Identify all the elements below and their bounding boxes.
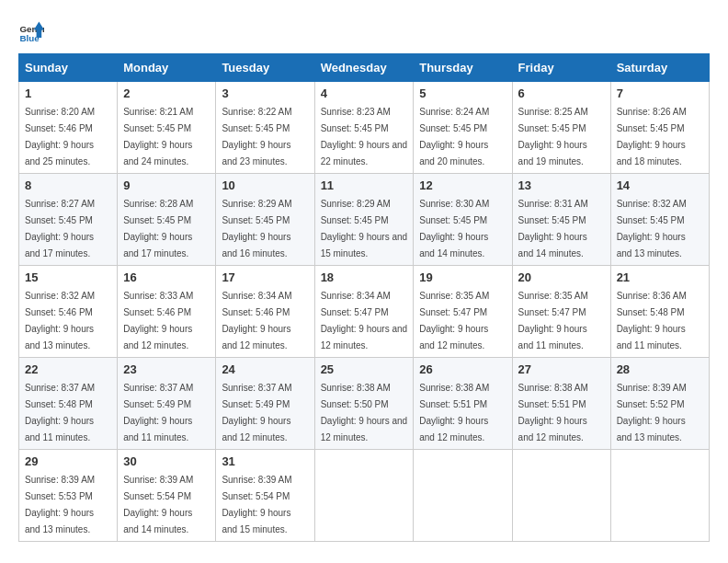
weekday-header-tuesday: Tuesday [216, 54, 314, 82]
calendar-day-5: 5 Sunrise: 8:24 AMSunset: 5:45 PMDayligh… [414, 82, 512, 174]
logo: General Blue [18, 18, 44, 44]
calendar-table: SundayMondayTuesdayWednesdayThursdayFrid… [18, 53, 710, 542]
calendar-day-14: 14 Sunrise: 8:32 AMSunset: 5:45 PMDaylig… [610, 174, 709, 266]
day-info: Sunrise: 8:33 AMSunset: 5:46 PMDaylight:… [123, 291, 193, 350]
day-number: 31 [222, 454, 308, 468]
calendar-day-2: 2 Sunrise: 8:21 AMSunset: 5:45 PMDayligh… [118, 82, 216, 174]
calendar-day-27: 27 Sunrise: 8:38 AMSunset: 5:51 PMDaylig… [512, 358, 610, 450]
calendar-header-row: SundayMondayTuesdayWednesdayThursdayFrid… [19, 54, 710, 82]
day-number: 16 [123, 270, 210, 284]
day-number: 24 [222, 362, 308, 376]
day-info: Sunrise: 8:35 AMSunset: 5:47 PMDaylight:… [419, 291, 489, 350]
calendar-day-8: 8 Sunrise: 8:27 AMSunset: 5:45 PMDayligh… [19, 174, 118, 266]
day-info: Sunrise: 8:27 AMSunset: 5:45 PMDaylight:… [25, 199, 95, 259]
calendar-week-3: 15 Sunrise: 8:32 AMSunset: 5:46 PMDaylig… [19, 266, 710, 358]
calendar-day-28: 28 Sunrise: 8:39 AMSunset: 5:52 PMDaylig… [610, 358, 709, 450]
calendar-day-11: 11 Sunrise: 8:29 AMSunset: 5:45 PMDaylig… [314, 174, 414, 266]
day-number: 23 [123, 362, 210, 376]
day-number: 29 [25, 454, 111, 468]
day-info: Sunrise: 8:37 AMSunset: 5:48 PMDaylight:… [25, 383, 95, 442]
calendar-day-21: 21 Sunrise: 8:36 AMSunset: 5:48 PMDaylig… [610, 266, 709, 358]
day-number: 9 [123, 178, 210, 192]
day-number: 13 [518, 178, 605, 192]
day-info: Sunrise: 8:32 AMSunset: 5:45 PMDaylight:… [617, 199, 687, 259]
day-number: 25 [321, 362, 408, 376]
day-info: Sunrise: 8:30 AMSunset: 5:45 PMDaylight:… [419, 199, 489, 259]
calendar-day-20: 20 Sunrise: 8:35 AMSunset: 5:47 PMDaylig… [512, 266, 610, 358]
day-info: Sunrise: 8:25 AMSunset: 5:45 PMDaylight:… [518, 107, 588, 167]
day-number: 5 [419, 86, 506, 100]
day-info: Sunrise: 8:38 AMSunset: 5:50 PMDaylight:… [321, 383, 408, 442]
day-info: Sunrise: 8:39 AMSunset: 5:52 PMDaylight:… [617, 383, 687, 442]
calendar-day-6: 6 Sunrise: 8:25 AMSunset: 5:45 PMDayligh… [512, 82, 610, 174]
day-number: 3 [222, 86, 308, 100]
calendar-day-29: 29 Sunrise: 8:39 AMSunset: 5:53 PMDaylig… [19, 450, 118, 542]
day-info: Sunrise: 8:37 AMSunset: 5:49 PMDaylight:… [222, 383, 291, 442]
calendar-day-9: 9 Sunrise: 8:28 AMSunset: 5:45 PMDayligh… [118, 174, 216, 266]
calendar-day-15: 15 Sunrise: 8:32 AMSunset: 5:46 PMDaylig… [19, 266, 118, 358]
day-info: Sunrise: 8:38 AMSunset: 5:51 PMDaylight:… [419, 383, 489, 442]
day-number: 6 [518, 86, 605, 100]
calendar-day-22: 22 Sunrise: 8:37 AMSunset: 5:48 PMDaylig… [19, 358, 118, 450]
day-info: Sunrise: 8:29 AMSunset: 5:45 PMDaylight:… [222, 199, 291, 259]
page-header: General Blue [18, 18, 710, 44]
day-number: 8 [25, 178, 111, 192]
day-number: 18 [321, 270, 408, 284]
day-number: 10 [222, 178, 308, 192]
calendar-day-19: 19 Sunrise: 8:35 AMSunset: 5:47 PMDaylig… [414, 266, 512, 358]
day-info: Sunrise: 8:36 AMSunset: 5:48 PMDaylight:… [617, 291, 687, 350]
weekday-header-wednesday: Wednesday [314, 54, 414, 82]
day-info: Sunrise: 8:29 AMSunset: 5:45 PMDaylight:… [321, 199, 408, 259]
day-number: 19 [419, 270, 506, 284]
weekday-header-friday: Friday [512, 54, 610, 82]
calendar-day-4: 4 Sunrise: 8:23 AMSunset: 5:45 PMDayligh… [314, 82, 414, 174]
day-info: Sunrise: 8:34 AMSunset: 5:47 PMDaylight:… [321, 291, 408, 350]
day-info: Sunrise: 8:22 AMSunset: 5:45 PMDaylight:… [222, 107, 291, 167]
day-number: 27 [518, 362, 605, 376]
calendar-day-13: 13 Sunrise: 8:31 AMSunset: 5:45 PMDaylig… [512, 174, 610, 266]
day-info: Sunrise: 8:38 AMSunset: 5:51 PMDaylight:… [518, 383, 588, 442]
calendar-day-18: 18 Sunrise: 8:34 AMSunset: 5:47 PMDaylig… [314, 266, 414, 358]
day-number: 4 [321, 86, 408, 100]
calendar-day-26: 26 Sunrise: 8:38 AMSunset: 5:51 PMDaylig… [414, 358, 512, 450]
calendar-day-25: 25 Sunrise: 8:38 AMSunset: 5:50 PMDaylig… [314, 358, 414, 450]
day-number: 15 [25, 270, 111, 284]
day-info: Sunrise: 8:26 AMSunset: 5:45 PMDaylight:… [617, 107, 687, 167]
day-info: Sunrise: 8:32 AMSunset: 5:46 PMDaylight:… [25, 291, 95, 350]
calendar-day-12: 12 Sunrise: 8:30 AMSunset: 5:45 PMDaylig… [414, 174, 512, 266]
day-info: Sunrise: 8:24 AMSunset: 5:45 PMDaylight:… [419, 107, 489, 167]
calendar-day-17: 17 Sunrise: 8:34 AMSunset: 5:46 PMDaylig… [216, 266, 314, 358]
weekday-header-sunday: Sunday [19, 54, 118, 82]
day-number: 11 [321, 178, 408, 192]
calendar-day-3: 3 Sunrise: 8:22 AMSunset: 5:45 PMDayligh… [216, 82, 314, 174]
day-number: 1 [25, 86, 111, 100]
calendar-day-10: 10 Sunrise: 8:29 AMSunset: 5:45 PMDaylig… [216, 174, 314, 266]
day-number: 7 [617, 86, 703, 100]
weekday-header-thursday: Thursday [414, 54, 512, 82]
day-info: Sunrise: 8:35 AMSunset: 5:47 PMDaylight:… [518, 291, 588, 350]
day-number: 21 [617, 270, 703, 284]
calendar-day-31: 31 Sunrise: 8:39 AMSunset: 5:54 PMDaylig… [216, 450, 314, 542]
day-info: Sunrise: 8:23 AMSunset: 5:45 PMDaylight:… [321, 107, 408, 167]
day-info: Sunrise: 8:34 AMSunset: 5:46 PMDaylight:… [222, 291, 291, 350]
day-number: 30 [123, 454, 210, 468]
day-number: 26 [419, 362, 506, 376]
logo-icon: General Blue [18, 18, 44, 44]
day-number: 22 [25, 362, 111, 376]
empty-cell [610, 450, 709, 542]
calendar-week-5: 29 Sunrise: 8:39 AMSunset: 5:53 PMDaylig… [19, 450, 710, 542]
day-number: 17 [222, 270, 308, 284]
calendar-week-2: 8 Sunrise: 8:27 AMSunset: 5:45 PMDayligh… [19, 174, 710, 266]
calendar-week-1: 1 Sunrise: 8:20 AMSunset: 5:46 PMDayligh… [19, 82, 710, 174]
day-info: Sunrise: 8:39 AMSunset: 5:53 PMDaylight:… [25, 475, 95, 534]
day-info: Sunrise: 8:21 AMSunset: 5:45 PMDaylight:… [123, 107, 193, 167]
day-info: Sunrise: 8:39 AMSunset: 5:54 PMDaylight:… [123, 475, 193, 534]
empty-cell [414, 450, 512, 542]
calendar-day-16: 16 Sunrise: 8:33 AMSunset: 5:46 PMDaylig… [118, 266, 216, 358]
day-info: Sunrise: 8:20 AMSunset: 5:46 PMDaylight:… [25, 107, 95, 167]
day-number: 28 [617, 362, 703, 376]
day-info: Sunrise: 8:37 AMSunset: 5:49 PMDaylight:… [123, 383, 193, 442]
day-number: 12 [419, 178, 506, 192]
calendar-week-4: 22 Sunrise: 8:37 AMSunset: 5:48 PMDaylig… [19, 358, 710, 450]
day-number: 14 [617, 178, 703, 192]
